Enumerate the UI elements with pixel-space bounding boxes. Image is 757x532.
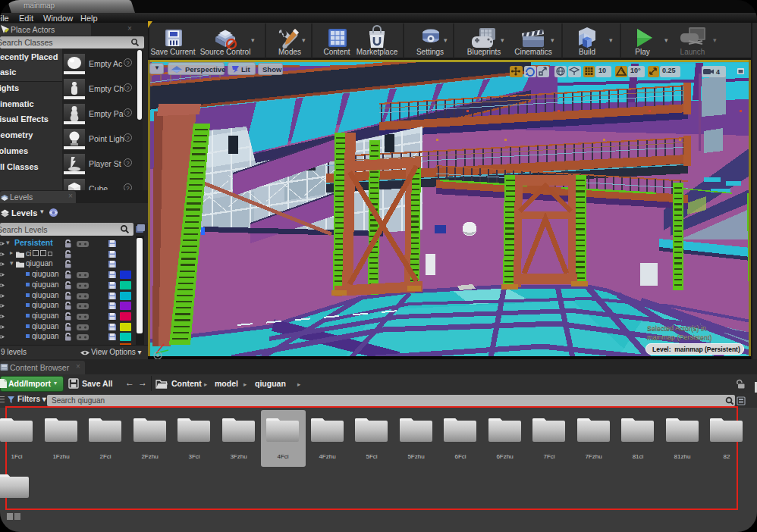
svg-text:4: 4: [716, 68, 720, 76]
